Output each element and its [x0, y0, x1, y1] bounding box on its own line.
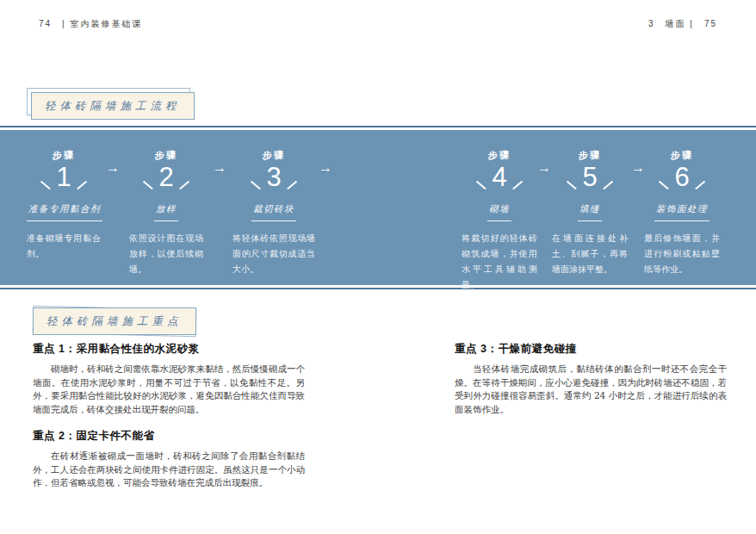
diagonal-tick-icon — [477, 181, 487, 189]
step-name: 准备专用黏合剂 — [27, 203, 102, 221]
diagonal-tick-icon — [512, 181, 523, 189]
step-word: 步骤 — [552, 149, 628, 162]
process-flow-banner: 步骤 1 准备专用黏合剂 准备砌墙专用黏合剂。 → 步骤 2 放样 依照设计图在… — [0, 126, 756, 289]
point-heading: 重点 3：干燥前避免碰撞 — [455, 342, 727, 357]
diagonal-tick-icon — [695, 181, 705, 189]
diagonal-tick-icon — [567, 181, 578, 189]
point-heading: 重点 1：采用黏合性佳的水泥砂浆 — [33, 342, 305, 357]
step-name: 裁切砖块 — [251, 203, 296, 221]
step-number-row: 2 — [129, 163, 203, 192]
diagonal-tick-icon — [287, 181, 297, 189]
points-column-left: 重点 1：采用黏合性佳的水泥砂浆 砌墙时，砖和砖之间需依靠水泥砂浆来黏结，然后慢… — [33, 342, 305, 503]
banner-body: 步骤 1 准备专用黏合剂 准备砌墙专用黏合剂。 → 步骤 2 放样 依照设计图在… — [0, 130, 756, 285]
arrow-right-icon: → — [102, 161, 123, 175]
step-number-row: 1 — [27, 163, 101, 192]
step-number: 4 — [487, 163, 511, 192]
step-word: 步骤 — [27, 149, 101, 162]
diagonal-tick-icon — [603, 181, 613, 189]
step-number: 2 — [154, 163, 177, 192]
step-number-row: 4 — [462, 163, 537, 192]
diagonal-tick-icon — [41, 181, 52, 189]
point-1: 重点 1：采用黏合性佳的水泥砂浆 砌墙时，砖和砖之间需依靠水泥砂浆来黏结，然后慢… — [33, 342, 305, 416]
points-column-right: 重点 3：干燥前避免碰撞 当轻体砖墙完成砌筑后，黏结砖体的黏合剂一时还不会完全干… — [455, 342, 727, 429]
step-number: 3 — [262, 163, 285, 192]
point-body: 当轻体砖墙完成砌筑后，黏结砖体的黏合剂一时还不会完全干燥。在等待干燥期间，应小心… — [455, 363, 727, 416]
point-body: 砌墙时，砖和砖之间需依靠水泥砂浆来黏结，然后慢慢砌成一个墙面。在使用水泥砂浆时，… — [33, 363, 305, 416]
process-step-2: 步骤 2 放样 依照设计图在现场放样，以便后续砌墙。 — [129, 149, 203, 277]
step-name: 砌墙 — [487, 203, 511, 221]
process-step-6: 步骤 6 装饰面处理 最后修饰墙面，并进行粉刷或粘贴壁纸等作业。 — [644, 149, 720, 277]
step-description: 在墙面连接处补土、刮腻子，再将墙面涂抹平整。 — [552, 231, 628, 277]
step-number: 5 — [578, 163, 601, 192]
point-body: 在砖材逐渐被砌成一面墙时，砖和砖之间除了会用黏合剂黏结外，工人还会在两块砖之间使… — [33, 450, 305, 490]
process-section-title: 轻体砖隔墙施工流程 — [31, 92, 195, 120]
step-word: 步骤 — [644, 149, 720, 162]
step-word: 步骤 — [462, 149, 537, 162]
point-3: 重点 3：干燥前避免碰撞 当轻体砖墙完成砌筑后，黏结砖体的黏合剂一时还不会完全干… — [455, 342, 727, 416]
diagonal-tick-icon — [144, 181, 154, 189]
running-head-left: 74 | 室内装修基础课 — [39, 18, 143, 30]
process-step-1: 步骤 1 准备专用黏合剂 准备砌墙专用黏合剂。 — [27, 149, 101, 262]
process-section-title-box: 轻体砖隔墙施工流程 — [31, 92, 195, 120]
step-number-row: 6 — [644, 163, 720, 192]
arrow-right-icon: → — [315, 161, 336, 175]
process-step-4: 步骤 4 砌墙 将裁切好的轻体砖砌筑成墙，并使用水平工具辅助测量。 — [462, 149, 537, 293]
step-description: 准备砌墙专用黏合剂。 — [27, 231, 101, 262]
arrow-right-icon: → — [209, 161, 230, 175]
point-heading: 重点 2：固定卡件不能省 — [33, 429, 305, 444]
step-name: 放样 — [154, 203, 178, 221]
step-number: 6 — [670, 163, 693, 192]
book-page-spread: { "page": { "header_left": "74 | 室内装修基础课… — [0, 0, 756, 534]
points-section-title-box: 轻体砖隔墙施工重点 — [33, 307, 196, 335]
step-word: 步骤 — [129, 149, 203, 162]
step-name: 装饰面处理 — [654, 203, 710, 221]
step-word: 步骤 — [232, 149, 315, 162]
diagonal-tick-icon — [77, 181, 87, 189]
step-name: 填缝 — [578, 203, 602, 221]
step-description: 依照设计图在现场放样，以便后续砌墙。 — [129, 231, 203, 277]
process-step-5: 步骤 5 填缝 在墙面连接处补土、刮腻子，再将墙面涂抹平整。 — [552, 149, 628, 277]
diagonal-tick-icon — [179, 181, 189, 189]
step-description: 将裁切好的轻体砖砌筑成墙，并使用水平工具辅助测量。 — [462, 231, 537, 293]
point-2: 重点 2：固定卡件不能省 在砖材逐渐被砌成一面墙时，砖和砖之间除了会用黏合剂黏结… — [33, 429, 305, 490]
running-head-right: 3 墙面 | 75 — [648, 18, 717, 30]
step-description: 将轻体砖依照现场墙面的尺寸裁切成适当大小。 — [232, 231, 315, 277]
diagonal-tick-icon — [251, 181, 262, 189]
banner-bottom-rule — [0, 288, 756, 289]
points-section-title: 轻体砖隔墙施工重点 — [33, 307, 196, 335]
process-step-3: 步骤 3 裁切砖块 将轻体砖依照现场墙面的尺寸裁切成适当大小。 — [232, 149, 315, 277]
diagonal-tick-icon — [660, 181, 670, 189]
step-number-row: 3 — [232, 163, 315, 192]
step-description: 最后修饰墙面，并进行粉刷或粘贴壁纸等作业。 — [644, 231, 720, 277]
step-number-row: 5 — [552, 163, 628, 192]
step-number: 1 — [52, 163, 75, 192]
